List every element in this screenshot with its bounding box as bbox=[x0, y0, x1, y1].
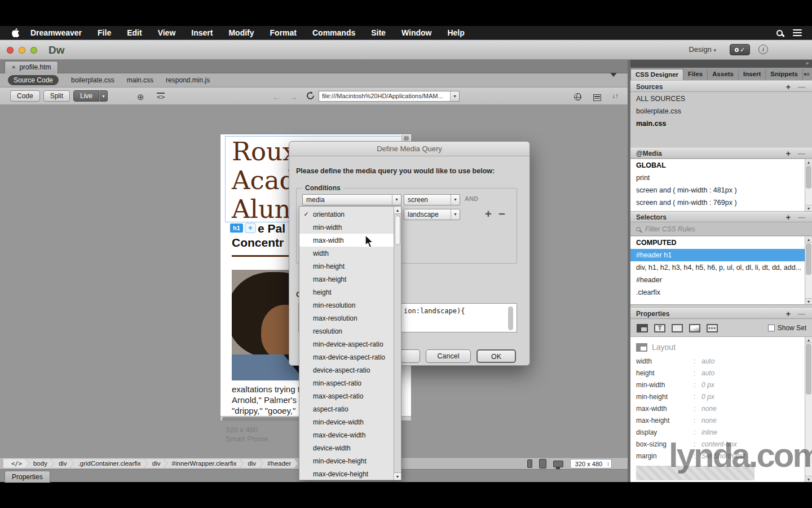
dropdown-item-min-resolution[interactable]: min-resolution bbox=[299, 299, 394, 312]
spotlight-search-icon[interactable] bbox=[776, 30, 783, 36]
dropdown-item-height[interactable]: height bbox=[299, 286, 394, 299]
file-management-icon[interactable] bbox=[593, 93, 601, 103]
property-value[interactable]: 0 px bbox=[701, 393, 714, 401]
media-item[interactable]: print bbox=[630, 172, 812, 184]
code-scrollbar[interactable] bbox=[508, 306, 513, 330]
workspace-switcher[interactable]: Design ▾ bbox=[689, 45, 716, 54]
back-icon[interactable]: ← bbox=[272, 92, 281, 102]
menu-site[interactable]: Site bbox=[363, 26, 394, 40]
phone-size-icon[interactable] bbox=[527, 459, 532, 468]
border-properties-icon[interactable] bbox=[672, 324, 683, 332]
dropdown-item-min-device-height[interactable]: min-device-height bbox=[299, 454, 394, 467]
layout-properties-icon[interactable] bbox=[637, 324, 648, 332]
tablet-size-icon[interactable] bbox=[539, 459, 546, 468]
related-file-boilerplate-css[interactable]: boilerplate.css bbox=[71, 76, 114, 84]
ok-button[interactable]: OK bbox=[476, 349, 516, 363]
dropdown-item-min-width[interactable]: min-width bbox=[299, 221, 394, 234]
remove-selector-button[interactable]: — bbox=[798, 213, 805, 221]
remove-media-button[interactable]: — bbox=[798, 149, 805, 157]
add-media-button[interactable]: + bbox=[786, 149, 791, 158]
media-item[interactable]: screen and ( min-width : 481px ) bbox=[630, 184, 812, 196]
property-value[interactable]: 0 px bbox=[701, 381, 714, 389]
panel-collapse-strip[interactable]: » bbox=[630, 60, 812, 68]
menu-insert[interactable]: Insert bbox=[183, 26, 220, 40]
tag-crumb-body[interactable]: body bbox=[25, 459, 54, 468]
dropdown-item-min-device-width[interactable]: min-device-width bbox=[299, 415, 394, 428]
tag-crumb-div[interactable]: div bbox=[240, 459, 263, 468]
selector-item[interactable]: div, h1, h2, h3, h4, h5, h6, p, ul, ol, … bbox=[630, 261, 812, 274]
panel-tab-css-designer[interactable]: CSS Designer bbox=[630, 69, 683, 80]
tag-crumb--header[interactable]: #header bbox=[259, 459, 298, 468]
menu-help[interactable]: Help bbox=[439, 26, 472, 40]
tag-crumb-div[interactable]: div bbox=[51, 459, 74, 468]
dialog-title[interactable]: Define Media Query bbox=[289, 142, 529, 156]
related-file-respond-min-js[interactable]: respond.min.js bbox=[166, 76, 210, 84]
view-button-code[interactable]: Code bbox=[10, 90, 40, 102]
dropdown-item-min-aspect-ratio[interactable]: min-aspect-ratio bbox=[299, 376, 394, 389]
sort-icon[interactable]: ↓↑ bbox=[612, 92, 619, 100]
panel-tab-files[interactable]: Files bbox=[683, 69, 708, 80]
info-button[interactable]: i bbox=[758, 45, 768, 54]
address-dropdown-icon[interactable]: ▾ bbox=[450, 91, 459, 101]
menu-dreamweaver[interactable]: Dreamweaver bbox=[23, 26, 90, 40]
add-condition-button[interactable]: + bbox=[485, 208, 492, 221]
dropdown-item-max-width[interactable]: max-width bbox=[299, 234, 394, 247]
close-tab-icon[interactable]: × bbox=[12, 64, 15, 71]
source-item[interactable]: boilerplate.css bbox=[630, 105, 812, 117]
property-value[interactable]: inline bbox=[701, 428, 717, 436]
desktop-size-icon[interactable] bbox=[553, 461, 563, 467]
address-url[interactable]: file:///Macintosh%20HD/Applications/MAM.… bbox=[319, 91, 450, 101]
dropdown-item-width[interactable]: width bbox=[299, 247, 394, 260]
dropdown-item-max-height[interactable]: max-height bbox=[299, 273, 394, 286]
source-item[interactable]: main.css bbox=[630, 117, 812, 130]
property-value[interactable]: none bbox=[701, 405, 717, 413]
dropdown-item-max-device-height[interactable]: max-device-height bbox=[299, 467, 394, 480]
live-dropdown-icon[interactable]: ▾ bbox=[99, 90, 108, 102]
text-properties-icon[interactable]: T bbox=[654, 324, 665, 332]
address-bar[interactable]: file:///Macintosh%20HD/Applications/MAM.… bbox=[319, 91, 460, 102]
related-file-source-code[interactable]: Source Code bbox=[8, 75, 59, 85]
tag-crumb--innerwrapper-clearfix[interactable]: #innerWrapper.clearfix bbox=[164, 459, 244, 468]
element-tag-badge[interactable]: h1 bbox=[230, 224, 243, 233]
minimize-window-button[interactable] bbox=[19, 47, 25, 54]
menu-modify[interactable]: Modify bbox=[220, 26, 262, 40]
document-tab[interactable]: ×profile.htm bbox=[5, 61, 58, 73]
view-button-live[interactable]: Live bbox=[73, 90, 99, 102]
dropdown-item-device-width[interactable]: device-width bbox=[299, 441, 394, 454]
dropdown-item-max-aspect-ratio[interactable]: max-aspect-ratio bbox=[299, 389, 394, 402]
forward-icon[interactable]: → bbox=[289, 92, 298, 102]
apple-menu-icon[interactable] bbox=[8, 28, 23, 37]
dropdown-item-max-resolution[interactable]: max-resolution bbox=[299, 312, 394, 325]
source-item[interactable]: ALL SOURCES bbox=[630, 93, 812, 105]
selector-item[interactable]: COMPUTED bbox=[630, 237, 812, 249]
selectors-scrollbar[interactable]: ▲▼ bbox=[805, 237, 812, 304]
window-size-selector[interactable]: 320 x 480↕ bbox=[570, 459, 612, 468]
dropdown-item-aspect-ratio[interactable]: aspect-ratio bbox=[299, 402, 394, 415]
dropdown-item-min-height[interactable]: min-height bbox=[299, 260, 394, 273]
dropdown-item-min-device-aspect-ratio[interactable]: min-device-aspect-ratio bbox=[299, 338, 394, 351]
live-highlight-icon[interactable]: ⊕ bbox=[137, 92, 144, 102]
panel-tab-assets[interactable]: Assets bbox=[708, 69, 739, 80]
media-item[interactable]: screen and ( min-width : 769px ) bbox=[630, 196, 812, 209]
selector-item[interactable]: .clearfix bbox=[630, 286, 812, 299]
remove-condition-button[interactable]: − bbox=[498, 208, 505, 221]
more-properties-icon[interactable]: ••• bbox=[707, 324, 718, 332]
dropdown-item-max-device-aspect-ratio[interactable]: max-device-aspect-ratio bbox=[299, 351, 394, 364]
menu-edit[interactable]: Edit bbox=[119, 26, 149, 40]
related-file-main-css[interactable]: main.css bbox=[127, 76, 153, 84]
selector-item[interactable]: #header bbox=[630, 274, 812, 286]
add-selector-button[interactable]: + bbox=[786, 213, 791, 222]
media-item[interactable]: GLOBAL bbox=[630, 159, 812, 172]
add-element-button[interactable]: + bbox=[245, 223, 256, 233]
page-heading[interactable]: Roux Acad Alun bbox=[232, 137, 297, 224]
selector-filter[interactable]: Filter CSS Rules bbox=[630, 223, 812, 236]
dropdown-item-resolution[interactable]: resolution bbox=[299, 325, 394, 338]
dropdown-item-max-device-width[interactable]: max-device-width bbox=[299, 428, 394, 441]
panel-tab-insert[interactable]: Insert bbox=[739, 69, 766, 80]
filter-icon[interactable] bbox=[610, 77, 620, 87]
properties-panel-tab[interactable]: Properties bbox=[5, 471, 50, 483]
inspect-code-icon[interactable]: <> bbox=[157, 93, 165, 100]
view-button-split[interactable]: Split bbox=[43, 90, 70, 102]
background-properties-icon[interactable] bbox=[689, 324, 700, 332]
menu-format[interactable]: Format bbox=[262, 26, 304, 40]
